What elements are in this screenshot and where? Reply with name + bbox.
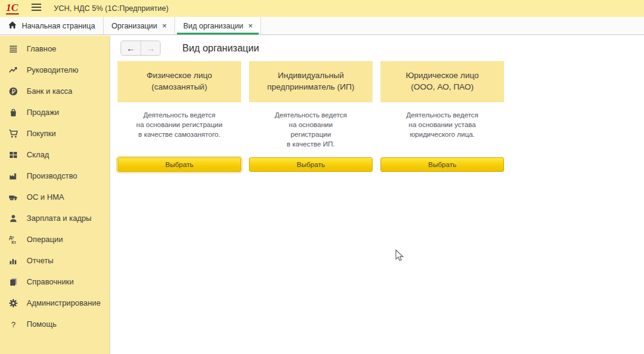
sidebar-item-purchases[interactable]: Покупки — [0, 123, 110, 144]
hamburger-icon — [31, 3, 42, 14]
1c-logo: 1С — [6, 2, 19, 15]
sidebar-item-help[interactable]: ? Помощь — [0, 313, 110, 335]
sidebar-item-label: Отчеты — [27, 256, 53, 265]
card-description: Деятельность ведется на основании регист… — [118, 110, 241, 157]
trend-up-icon — [8, 65, 19, 75]
history-nav: ← → — [121, 41, 161, 56]
forward-button[interactable]: → — [141, 41, 160, 55]
factory-icon — [8, 171, 19, 181]
close-icon[interactable]: × — [162, 22, 167, 30]
sidebar-item-label: Главное — [27, 44, 56, 53]
tab-bar: Начальная страница Организации × Вид орг… — [0, 17, 644, 35]
ruble-circle-icon — [8, 87, 19, 96]
back-button[interactable]: ← — [121, 41, 141, 55]
organization-type-cards: Физическое лицо (самозанятый) Деятельнос… — [118, 61, 644, 172]
main-menu-button[interactable] — [31, 3, 42, 14]
question-icon: ? — [8, 320, 19, 329]
card-description: Деятельность ведется на основании устава… — [380, 110, 504, 157]
sidebar-item-salary-hr[interactable]: Зарплата и кадры — [0, 208, 110, 229]
tab-organization-type[interactable]: Вид организации × — [175, 17, 261, 34]
truck-icon — [8, 192, 19, 202]
sidebar-item-label: Руководителю — [27, 65, 78, 74]
card-individual-entrepreneur: Индивидуальный предприниматель (ИП) Деят… — [249, 61, 373, 172]
sidebar-item-directories[interactable]: Справочники — [0, 271, 110, 292]
card-legal-entity: Юридическое лицо (ООО, АО, ПАО) Деятельн… — [380, 61, 504, 172]
sidebar-item-label: Банк и касса — [27, 87, 72, 96]
tab-label: Вид организации — [183, 22, 243, 30]
sidebar-item-warehouse[interactable]: Склад — [0, 144, 110, 165]
shopping-bag-icon — [8, 108, 19, 117]
sidebar-item-label: Склад — [27, 150, 49, 159]
select-button-entrepreneur[interactable]: Выбрать — [249, 157, 373, 172]
select-button-self-employed[interactable]: Выбрать — [118, 157, 241, 172]
content-header: ← → Вид организации — [121, 41, 644, 56]
sidebar-item-manager[interactable]: Руководителю — [0, 59, 110, 80]
window-title-bar: 1С УСН, НДС 5% (1С:Предприятие) — [0, 0, 644, 17]
sidebar-item-label: Продажи — [27, 108, 59, 117]
sidebar-item-sales[interactable]: Продажи — [0, 102, 110, 123]
select-button-legal-entity[interactable]: Выбрать — [380, 157, 504, 172]
sidebar-item-label: Операции — [27, 235, 63, 244]
gear-icon — [8, 298, 19, 308]
card-description: Деятельность ведется на основании регист… — [249, 110, 373, 157]
sidebar-item-label: Покупки — [27, 129, 56, 138]
main-content: ← → Вид организации Физическое лицо (сам… — [111, 36, 644, 354]
card-title: Физическое лицо (самозанятый) — [118, 61, 241, 102]
sidebar-item-label: Справочники — [27, 277, 74, 286]
sidebar-item-label: ОС и НМА — [27, 192, 64, 202]
sidebar-item-administration[interactable]: Администрирование — [0, 292, 110, 313]
home-icon — [8, 21, 17, 31]
window-title: УСН, НДС 5% (1С:Предприятие) — [54, 4, 168, 13]
bar-chart-icon — [8, 256, 19, 266]
sidebar-item-label: Производство — [27, 171, 77, 180]
tab-organizations[interactable]: Организации × — [104, 17, 176, 34]
card-individual-self-employed: Физическое лицо (самозанятый) Деятельнос… — [118, 61, 241, 172]
warehouse-boxes-icon — [8, 150, 19, 160]
sidebar-item-label: Администрирование — [27, 298, 101, 307]
tab-label: Начальная страница — [22, 22, 95, 30]
svg-text:Кт: Кт — [12, 240, 16, 244]
page-title: Вид организации — [182, 43, 259, 54]
card-title: Юридическое лицо (ООО, АО, ПАО) — [380, 61, 504, 102]
sidebar-item-label: Помощь — [27, 320, 56, 329]
menu-lines-icon — [8, 44, 19, 54]
svg-text:?: ? — [12, 320, 16, 329]
sidebar-item-label: Зарплата и кадры — [27, 214, 91, 223]
person-icon — [8, 214, 19, 223]
sidebar-item-main[interactable]: Главное — [0, 38, 110, 59]
sidebar-item-fixed-assets[interactable]: ОС и НМА — [0, 186, 110, 208]
tab-label: Организации — [111, 22, 158, 30]
sidebar-item-bank-cash[interactable]: Банк и касса — [0, 80, 110, 102]
shopping-cart-icon — [8, 129, 19, 139]
sidebar-item-operations[interactable]: ДтКт Операции — [0, 229, 110, 250]
sidebar-item-reports[interactable]: Отчеты — [0, 250, 110, 271]
close-icon[interactable]: × — [248, 22, 253, 30]
tab-home-page[interactable]: Начальная страница — [0, 17, 104, 34]
card-title: Индивидуальный предприниматель (ИП) — [249, 61, 373, 102]
sidebar-item-production[interactable]: Производство — [0, 165, 110, 186]
debit-credit-icon: ДтКт — [8, 235, 19, 244]
books-icon — [8, 277, 19, 287]
sidebar-nav: Главное Руководителю Банк и касса Продаж… — [0, 36, 110, 354]
